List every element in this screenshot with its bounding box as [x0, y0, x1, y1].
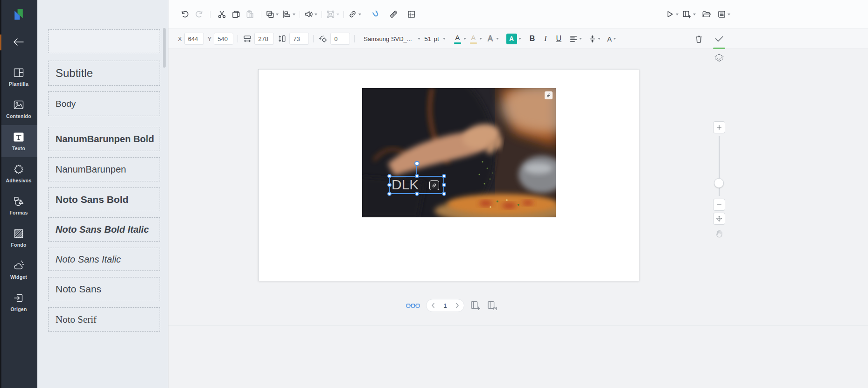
rotation-handle[interactable]: [414, 161, 420, 166]
style-item-noto-sans-bold[interactable]: Noto Sans Bold: [48, 187, 160, 211]
resize-handle-middle-left[interactable]: [387, 183, 392, 187]
photo-link-badge[interactable]: [545, 91, 553, 99]
style-item-noto-serif[interactable]: Noto Serif: [48, 307, 160, 332]
x-input[interactable]: [184, 33, 204, 45]
layers-button[interactable]: [714, 53, 724, 62]
rotation-input[interactable]: [330, 33, 350, 45]
minus-icon: [716, 201, 722, 208]
resize-handle-bottom-center[interactable]: [415, 192, 419, 196]
style-item-title[interactable]: [48, 29, 160, 53]
chevron-right-icon: [455, 303, 459, 308]
text-align-button[interactable]: [569, 35, 582, 43]
previous-page-button[interactable]: [431, 303, 435, 308]
sidebar-item-origen[interactable]: Origen: [0, 286, 37, 318]
secondary-color-button[interactable]: A: [466, 34, 482, 44]
underline-button[interactable]: U: [556, 35, 562, 43]
pan-hand-button[interactable]: [714, 229, 724, 239]
style-item-body[interactable]: Body: [48, 91, 160, 116]
audio-button[interactable]: [304, 10, 317, 19]
sidebar-item-plantilla[interactable]: Plantilla: [0, 61, 37, 93]
sidebar-item-widget[interactable]: Widget: [0, 254, 37, 286]
grid-guides-button[interactable]: [404, 7, 418, 21]
undo-button[interactable]: [178, 7, 192, 21]
back-button[interactable]: [0, 29, 37, 55]
next-page-button[interactable]: [455, 303, 459, 308]
style-item-noto-sans[interactable]: Noto Sans: [48, 277, 160, 301]
zoom-slider-thumb[interactable]: [714, 178, 724, 188]
width-input[interactable]: [254, 33, 274, 45]
chef-photo-image: [362, 88, 556, 217]
pages-overview-button[interactable]: [406, 302, 420, 309]
open-folder-icon: [702, 10, 711, 19]
cut-button[interactable]: [215, 7, 229, 21]
style-item-noto-sans-italic[interactable]: Noto Sans Italic: [48, 248, 160, 271]
app-logo[interactable]: [0, 0, 37, 29]
add-master-page-button[interactable]: [487, 300, 498, 311]
preview-play-button[interactable]: [665, 10, 679, 19]
fill-color-button[interactable]: A: [506, 34, 521, 44]
copy-button[interactable]: [229, 7, 243, 21]
sidebar-item-adhesivos[interactable]: Adhesivos: [0, 157, 37, 189]
new-page-button[interactable]: [682, 10, 696, 19]
y-input[interactable]: [214, 33, 233, 45]
letter-spacing-button[interactable]: A: [607, 35, 616, 43]
arrange-group-button[interactable]: [266, 10, 279, 19]
redo-button[interactable]: [192, 7, 206, 21]
style-item-noto-sans-bold-italic[interactable]: Noto Sans Bold Italic: [48, 217, 160, 242]
style-item-nanumbarunpen-bold[interactable]: NanumBarunpen Bold: [48, 127, 160, 151]
sidebar-item-fondo[interactable]: Fondo: [0, 222, 37, 254]
sidebar-item-contenido[interactable]: Contenido: [0, 93, 37, 125]
selected-text-element[interactable]: DLK: [389, 176, 444, 194]
font-color-button[interactable]: A: [450, 34, 466, 44]
zoom-in-button[interactable]: [713, 121, 725, 133]
add-page-button[interactable]: [470, 300, 481, 311]
italic-button[interactable]: I: [544, 35, 546, 43]
height-input[interactable]: [289, 33, 309, 45]
group-selection-button[interactable]: [326, 10, 339, 19]
align-objects-button[interactable]: [282, 10, 295, 19]
resize-handle-bottom-right[interactable]: [442, 192, 446, 196]
resize-handle-bottom-left[interactable]: [387, 192, 392, 196]
canvas-page: DLK: [258, 69, 639, 281]
confirm-button[interactable]: [714, 35, 724, 42]
line-spacing-button[interactable]: [588, 35, 601, 43]
text-styles-panel: Subtitle Body NanumBarunpen Bold NanumBa…: [37, 0, 168, 388]
resize-handle-top-left[interactable]: [387, 174, 392, 178]
style-label: NanumBarunpen: [56, 164, 126, 175]
add-page-icon: [470, 300, 481, 311]
current-page-number[interactable]: 1: [443, 302, 447, 309]
resize-handle-top-center[interactable]: [415, 174, 419, 178]
new-page-icon: [682, 10, 692, 19]
link-button[interactable]: [348, 10, 361, 19]
style-label: Noto Sans: [56, 284, 101, 295]
ruler-button[interactable]: [386, 7, 400, 21]
resize-handle-top-right[interactable]: [442, 174, 446, 178]
pages-filmstrip-icon: [406, 302, 420, 309]
letter-spacing-letter: A: [607, 35, 612, 43]
text-link-badge[interactable]: [429, 180, 439, 190]
save-button[interactable]: [717, 10, 730, 19]
layers-icon: [714, 53, 724, 62]
font-size-select[interactable]: 51 pt: [424, 35, 445, 42]
open-file-button[interactable]: [700, 7, 714, 21]
style-item-subtitle[interactable]: Subtitle: [48, 61, 160, 86]
chef-photo[interactable]: [362, 88, 556, 217]
delete-button[interactable]: [692, 32, 706, 46]
zoom-out-button[interactable]: [713, 199, 725, 211]
dropdown-caret-icon: [518, 38, 521, 40]
sidebar-item-texto[interactable]: Texto: [0, 125, 37, 157]
bold-button[interactable]: B: [530, 35, 535, 43]
fit-to-screen-button[interactable]: [713, 213, 725, 225]
zoom-slider[interactable]: [712, 136, 726, 196]
style-item-nanumbarunpen[interactable]: NanumBarunpen: [48, 157, 160, 181]
resize-handle-middle-right[interactable]: [442, 183, 446, 187]
style-label: Subtitle: [56, 67, 93, 80]
panel-scrollbar[interactable]: [163, 28, 166, 68]
dropdown-caret-icon: [579, 38, 582, 40]
font-family-select[interactable]: Samsung SVD_...: [364, 35, 420, 42]
align-objects-icon: [282, 10, 291, 19]
paste-button[interactable]: [243, 7, 257, 21]
text-outline-button[interactable]: A: [486, 34, 499, 43]
snap-magnet-button[interactable]: [369, 7, 383, 21]
sidebar-item-formas[interactable]: Formas: [0, 189, 37, 222]
